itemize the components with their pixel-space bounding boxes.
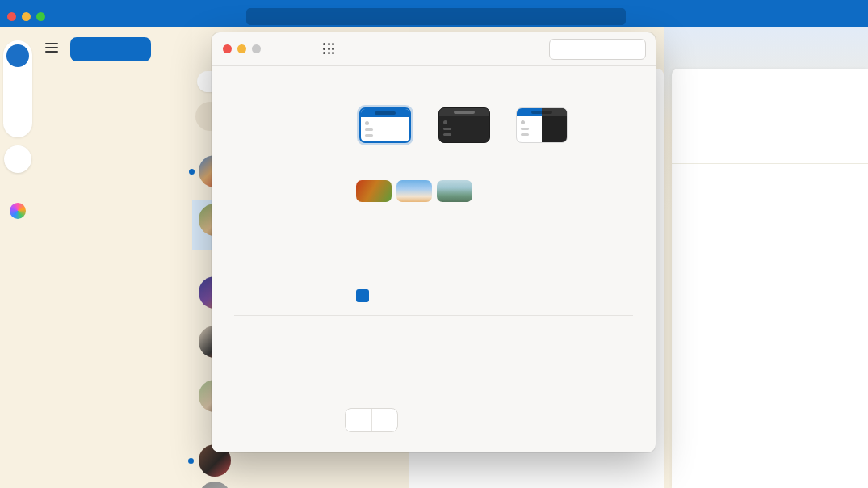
decrease-text-size-button[interactable] bbox=[346, 409, 371, 431]
image-sparkle-icon bbox=[368, 185, 380, 197]
new-mail-button[interactable] bbox=[70, 37, 151, 61]
settings-search-box bbox=[549, 39, 646, 60]
copilot-app-button[interactable] bbox=[10, 203, 26, 219]
account-avatar-primary[interactable] bbox=[6, 44, 29, 67]
clouds-theme-tile[interactable] bbox=[396, 180, 432, 202]
outlook-window bbox=[0, 0, 868, 488]
globe-icon bbox=[10, 48, 26, 64]
text-size-stepper bbox=[345, 408, 398, 432]
settings-search-input[interactable] bbox=[570, 44, 639, 55]
close-settings-button[interactable] bbox=[223, 44, 232, 53]
global-search-bar[interactable] bbox=[246, 8, 626, 25]
delete-button[interactable] bbox=[170, 42, 187, 54]
folder-sidebar bbox=[36, 27, 192, 488]
account-switcher bbox=[3, 40, 32, 137]
minimize-settings-button[interactable] bbox=[237, 44, 246, 53]
zoom-window-button[interactable] bbox=[36, 12, 45, 21]
calendar-app-button[interactable] bbox=[10, 179, 25, 193]
more-options-icon[interactable] bbox=[845, 76, 858, 88]
pin-icon[interactable] bbox=[391, 482, 400, 488]
traffic-lights bbox=[7, 12, 45, 21]
hamburger-menu-icon[interactable] bbox=[45, 43, 58, 53]
work-account-briefcase-icon[interactable] bbox=[10, 73, 25, 87]
minimize-window-button[interactable] bbox=[22, 12, 31, 21]
city-theme-tile[interactable] bbox=[437, 180, 472, 202]
zoom-settings-button bbox=[252, 44, 261, 53]
appearance-option-auto[interactable] bbox=[516, 107, 568, 143]
close-window-button[interactable] bbox=[7, 12, 16, 21]
window-titlebar bbox=[0, 0, 868, 27]
back-icon[interactable] bbox=[265, 43, 276, 54]
search-icon bbox=[556, 44, 566, 54]
add-account-icon[interactable] bbox=[10, 116, 25, 131]
search-icon bbox=[429, 11, 439, 22]
notifications-bell-icon[interactable] bbox=[846, 6, 862, 22]
avatar[interactable] bbox=[199, 482, 231, 488]
calendar-agenda-panel bbox=[672, 69, 868, 488]
unread-dot bbox=[189, 169, 195, 175]
mail-icon bbox=[10, 152, 25, 166]
date-row bbox=[685, 131, 858, 149]
people-app-button[interactable] bbox=[10, 226, 25, 241]
expand-minical-chevron-icon[interactable] bbox=[765, 147, 775, 158]
date-row bbox=[685, 113, 858, 131]
transparency-checkbox[interactable] bbox=[356, 289, 369, 302]
appearance-option-light[interactable] bbox=[359, 107, 411, 143]
copilot-icon bbox=[255, 183, 269, 196]
flag-icon[interactable] bbox=[376, 482, 385, 488]
unread-dot bbox=[188, 458, 194, 464]
mark-read-icon[interactable] bbox=[362, 482, 371, 488]
collapse-panel-icon[interactable] bbox=[849, 43, 862, 56]
announcements-icon[interactable] bbox=[820, 6, 835, 22]
trash-icon bbox=[170, 42, 182, 54]
compose-icon bbox=[103, 44, 114, 55]
appearance-option-dark[interactable] bbox=[438, 107, 490, 143]
mail-app-button[interactable] bbox=[4, 145, 31, 173]
app-rail bbox=[0, 27, 36, 488]
checkmark-icon bbox=[359, 292, 367, 301]
increase-text-size-button[interactable] bbox=[371, 409, 398, 431]
settings-dialog bbox=[212, 32, 656, 452]
more-apps-button[interactable] bbox=[10, 275, 25, 289]
personal-account-icon[interactable] bbox=[10, 95, 25, 109]
forward-icon bbox=[290, 43, 301, 54]
section-divider bbox=[234, 315, 633, 316]
settings-titlebar bbox=[212, 32, 656, 66]
add-event-icon[interactable] bbox=[823, 76, 835, 88]
jump-to-date-icon[interactable] bbox=[800, 76, 812, 88]
message-hover-actions bbox=[362, 482, 400, 488]
copilot-theme-tile[interactable] bbox=[356, 180, 392, 202]
favorites-star-button[interactable] bbox=[10, 250, 25, 265]
settings-categories-icon[interactable] bbox=[323, 43, 334, 54]
